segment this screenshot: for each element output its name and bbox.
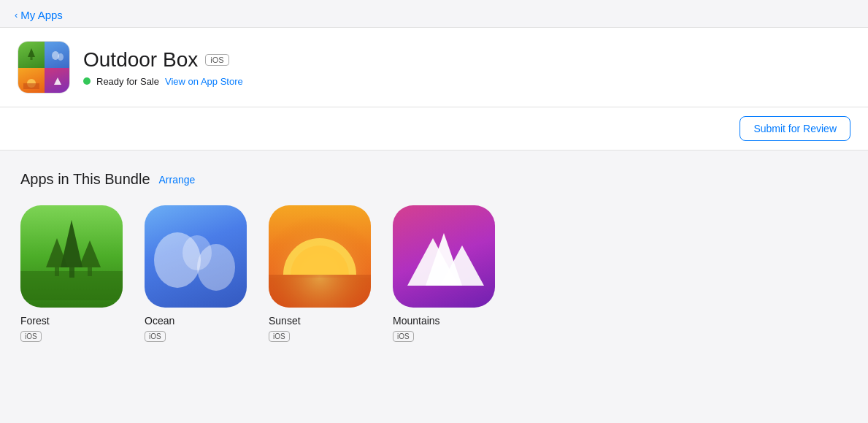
app-card-badge-forest: iOS	[20, 331, 42, 342]
app-title: Outdoor Box	[83, 48, 198, 72]
app-card-name-sunset: Sunset	[269, 315, 301, 327]
app-header-info: Outdoor Box iOS Ready for Sale View on A…	[83, 48, 243, 87]
top-nav: ‹ My Apps	[0, 0, 868, 28]
app-icon-forest	[20, 205, 123, 308]
forest-svg	[20, 205, 123, 300]
mini-sunset-icon	[23, 73, 39, 89]
app-card-mountains[interactable]: Mountains iOS	[393, 205, 495, 342]
app-title-row: Outdoor Box iOS	[83, 48, 243, 72]
app-card-name-forest: Forest	[20, 315, 50, 327]
app-icon-ocean	[145, 205, 247, 308]
bundle-section-header: Apps in This Bundle Arrange	[20, 171, 848, 188]
svg-marker-12	[61, 220, 82, 267]
svg-rect-19	[269, 278, 371, 308]
app-card-badge-ocean: iOS	[145, 331, 166, 342]
bundle-icon-cell-sunset	[18, 68, 45, 94]
mountains-svg	[393, 205, 495, 308]
svg-rect-18	[269, 275, 371, 278]
svg-rect-9	[55, 267, 59, 276]
back-label: My Apps	[20, 9, 63, 21]
action-bar: Submit for Review	[0, 107, 868, 150]
sunset-svg	[269, 205, 371, 308]
bundle-icon-cell-mountains	[45, 68, 70, 94]
app-card-name-ocean: Ocean	[145, 315, 174, 327]
arrange-link[interactable]: Arrange	[159, 174, 196, 186]
app-card-forest[interactable]: Forest iOS	[20, 205, 123, 342]
bundle-icon-cell-ocean	[45, 42, 70, 68]
app-card-badge-mountains: iOS	[393, 331, 414, 342]
status-text: Ready for Sale	[96, 76, 159, 87]
back-link[interactable]: ‹ My Apps	[15, 9, 63, 21]
view-app-store-link[interactable]: View on App Store	[165, 76, 243, 87]
app-card-ocean[interactable]: Ocean iOS	[145, 205, 247, 342]
app-card-badge-sunset: iOS	[269, 331, 290, 342]
app-card-sunset[interactable]: Sunset iOS	[269, 205, 371, 342]
app-cards: Forest iOS Ocean iOS	[20, 205, 848, 342]
app-card-name-mountains: Mountains	[393, 315, 440, 327]
bundle-section-title: Apps in This Bundle	[20, 171, 150, 188]
ocean-svg	[145, 205, 247, 308]
mini-ocean-icon	[50, 47, 66, 63]
svg-rect-1	[31, 57, 33, 60]
submit-for-review-button[interactable]: Submit for Review	[740, 116, 850, 141]
status-row: Ready for Sale View on App Store	[83, 76, 243, 87]
svg-rect-5	[23, 83, 39, 89]
svg-marker-10	[79, 240, 101, 267]
svg-marker-6	[54, 77, 61, 85]
app-platform-badge: iOS	[205, 54, 228, 66]
status-dot-icon	[83, 77, 91, 85]
mini-mountains-icon	[50, 73, 66, 89]
app-header: Outdoor Box iOS Ready for Sale View on A…	[0, 28, 868, 107]
svg-rect-11	[88, 267, 92, 276]
app-icon-sunset	[269, 205, 371, 308]
app-icon-mountains	[393, 205, 495, 308]
svg-rect-13	[69, 267, 74, 278]
mini-forest-icon	[23, 47, 39, 63]
svg-point-3	[58, 53, 64, 61]
bundle-section: Apps in This Bundle Arrange	[0, 150, 868, 371]
svg-point-16	[183, 235, 212, 270]
back-chevron-icon: ‹	[15, 9, 18, 20]
svg-marker-0	[28, 48, 35, 57]
bundle-icon-cell-forest	[18, 42, 45, 68]
app-bundle-icon	[18, 41, 70, 94]
